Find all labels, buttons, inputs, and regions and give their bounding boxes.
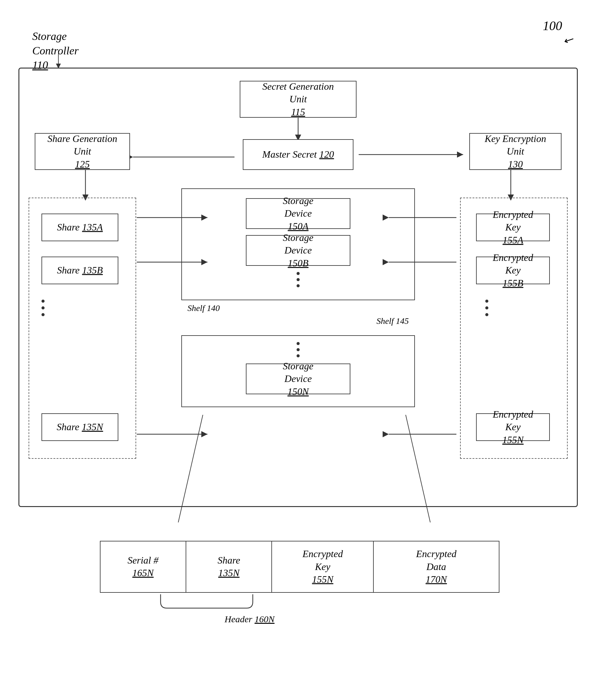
arrow-mastersecret-sharegen [130,151,238,163]
storage-device-a-box: Storage Device 150A [246,198,350,229]
detail-box-container: Serial # 165N Share 135N Encrypted Key 1… [100,541,499,624]
secret-gen-unit-box: Secret Generation Unit 115 [240,81,356,118]
shelf-145-label: Shelf 145 [181,316,415,326]
arrow-keyenc-down [505,170,517,201]
figure-arrow: ↙ [562,32,575,47]
arrow-share-b-to-storage-b [137,256,210,268]
detail-cell-enc-key: Encrypted Key 155N [272,542,374,592]
shelf-140-dots [182,272,414,287]
svg-line-12 [178,415,203,522]
share-gen-unit-box: Share Generation Unit 125 [35,133,130,170]
shelf-140-container: Storage Device 150A Storage Device 150B [181,189,415,407]
header-label: Header 160N [100,614,400,624]
master-secret-box: Master Secret 120 [243,139,353,170]
arrow-secretgen-mastersecret [292,118,304,141]
enc-key-a-box: Encrypted Key 155A [476,214,550,241]
enc-key-b-box: Encrypted Key 155B [476,256,550,284]
detail-box: Serial # 165N Share 135N Encrypted Key 1… [100,541,499,593]
detail-cell-share: Share 135N [186,542,272,592]
key-enc-unit-box: Key Encryption Unit 130 [469,133,561,170]
arrow-sharegen-down [79,170,92,201]
shelf-145-top-dots [182,342,414,357]
share-b-box: Share 135B [42,256,118,284]
figure-number: 100 [543,19,562,33]
shelf-145-box: Storage Device 150N [181,335,415,407]
brace-svg [100,593,400,611]
arrow-enckey-b-to-storage-b [386,256,459,268]
arrow-mastersecret-keyenc [356,145,466,173]
arrow-share-a-to-storage-a [137,211,210,224]
svg-line-13 [406,415,430,522]
shelf-140-label: Shelf 140 [181,303,415,313]
diagram: 100 ↙ Storage Controller 110 Secret Gene… [0,0,599,700]
detail-cell-enc-data: Encrypted Data 170N [374,542,499,592]
arrow-enckey-a-to-storage-a [386,211,459,224]
detail-cell-serial: Serial # 165N [100,542,186,592]
enc-key-dots [485,300,489,316]
storage-device-b-box: Storage Device 150B [246,235,350,266]
storage-device-n-box: Storage Device 150N [246,364,350,394]
header-brace-area: Header 160N [100,593,400,624]
shelf-140-box: Storage Device 150A Storage Device 150B [181,189,415,300]
share-dots [42,300,45,316]
share-a-box: Share 135A [42,214,118,241]
lines-to-detail [92,415,522,544]
